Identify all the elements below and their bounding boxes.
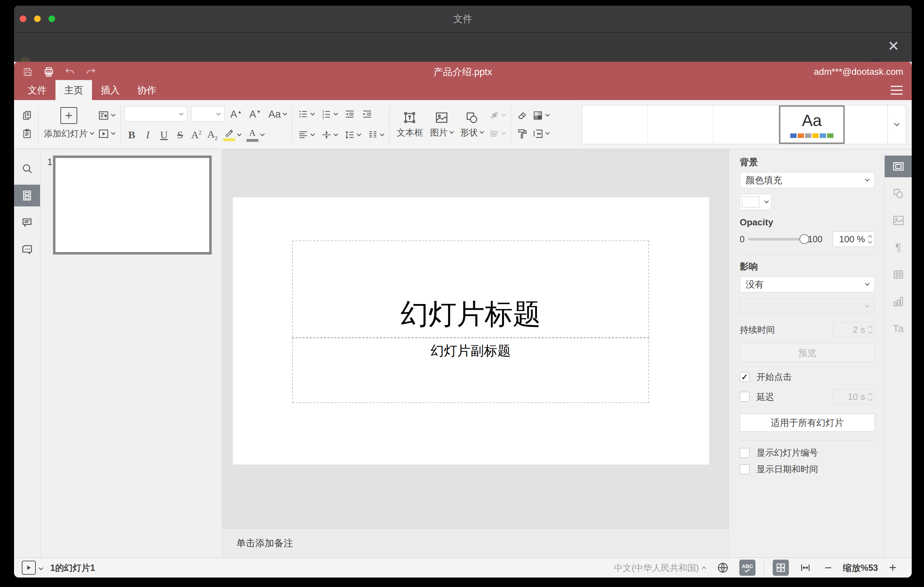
start-slideshow-button[interactable] — [96, 125, 117, 143]
theme-option[interactable] — [582, 106, 648, 144]
strikeout-button[interactable]: S — [173, 126, 188, 143]
theme-option[interactable] — [845, 106, 888, 144]
opacity-spinner[interactable]: 100 % — [833, 231, 875, 247]
fit-to-slide-button[interactable] — [773, 560, 789, 576]
textart-settings-tab[interactable]: Ta — [885, 318, 912, 340]
notes-area[interactable]: 单击添加备注 — [222, 528, 729, 557]
zoom-in-button[interactable]: + — [886, 560, 899, 575]
chevron-down-icon — [333, 132, 338, 136]
highlight-color-button[interactable] — [221, 126, 243, 143]
caret-icon — [702, 566, 706, 571]
apply-to-all-slides-button[interactable]: 适用于所有幻灯片 — [740, 414, 875, 432]
undo-icon[interactable] — [64, 66, 76, 78]
slide-canvas[interactable]: 幻灯片标题 幻灯片副标题 — [233, 197, 709, 465]
decrease-font-button[interactable]: A▼ — [247, 106, 262, 123]
font-color-button[interactable]: A — [244, 126, 266, 143]
line-spacing-button[interactable] — [342, 126, 363, 143]
opacity-min: 0 — [740, 234, 744, 244]
duration-label: 持续时间 — [740, 324, 775, 336]
save-icon[interactable] — [22, 66, 34, 78]
paste-button[interactable] — [20, 125, 35, 143]
start-on-click-checkbox[interactable]: ✓ — [740, 372, 749, 382]
zoom-out-button[interactable]: − — [822, 560, 835, 575]
align-shape-button[interactable] — [487, 125, 507, 143]
close-icon[interactable]: ✕ — [885, 38, 902, 54]
start-slideshow-status-button[interactable] — [22, 561, 36, 575]
minimize-window-button[interactable] — [34, 15, 41, 22]
tab-home[interactable]: 主页 — [56, 80, 92, 100]
add-slide-button[interactable] — [58, 107, 79, 124]
copy-button[interactable] — [20, 107, 35, 124]
account-email[interactable]: adm***@dootask.com — [814, 66, 903, 77]
clear-style-button[interactable] — [515, 107, 530, 124]
show-date-time-checkbox[interactable] — [740, 465, 749, 474]
theme-option[interactable] — [713, 106, 779, 144]
text-box-icon — [403, 110, 417, 125]
comments-panel-button[interactable] — [14, 212, 40, 234]
slide-subtitle-placeholder[interactable]: 幻灯片副标题 — [292, 338, 649, 403]
opacity-slider[interactable] — [748, 238, 804, 241]
fit-to-width-button[interactable] — [797, 560, 813, 576]
paragraph-settings-tab[interactable]: ¶ — [885, 237, 912, 258]
underline-button[interactable]: U — [157, 126, 171, 143]
copy-style-button[interactable] — [515, 125, 530, 143]
redo-icon[interactable] — [85, 66, 97, 78]
change-case-button[interactable]: Aa — [266, 106, 288, 123]
horizontal-align-button[interactable] — [296, 126, 316, 143]
decrease-indent-button[interactable] — [342, 106, 357, 123]
italic-button[interactable]: I — [140, 126, 155, 143]
increase-font-button[interactable]: A▲ — [228, 106, 244, 123]
zoom-window-button[interactable] — [48, 15, 55, 22]
columns-button[interactable] — [365, 126, 386, 143]
spell-language-button[interactable] — [715, 560, 731, 576]
tab-file[interactable]: 文件 — [19, 80, 56, 100]
slides-panel-button[interactable] — [14, 185, 40, 206]
background-fill-select[interactable]: 颜色填充 — [740, 172, 875, 188]
text-box-button[interactable]: 文本框 — [393, 104, 427, 145]
insert-shape-button[interactable]: 形状 — [457, 104, 487, 145]
bullets-button[interactable] — [296, 106, 316, 123]
font-name-combo[interactable] — [124, 106, 188, 122]
add-slide-dropdown[interactable]: 添加幻灯片 — [42, 125, 96, 143]
vertical-align-button[interactable] — [319, 126, 340, 143]
image-icon — [435, 110, 449, 125]
numbering-button[interactable]: 123 — [319, 106, 340, 123]
increase-indent-button[interactable] — [360, 106, 375, 123]
slide-settings-tab[interactable] — [885, 155, 912, 177]
close-window-button[interactable] — [20, 15, 26, 22]
superscript-button[interactable]: A2 — [189, 126, 204, 143]
shape-settings-tab[interactable] — [885, 183, 912, 204]
delay-checkbox[interactable] — [740, 392, 749, 402]
slider-thumb[interactable] — [799, 234, 809, 244]
slide-layout-button[interactable] — [96, 107, 117, 124]
theme-gallery-expand-button[interactable] — [888, 105, 906, 144]
tab-insert[interactable]: 插入 — [92, 80, 129, 100]
zoom-level[interactable]: 缩放%53 — [843, 562, 878, 574]
chat-panel-button[interactable] — [14, 239, 40, 261]
chart-settings-tab[interactable] — [885, 291, 912, 312]
effect-select[interactable]: 没有 — [740, 276, 875, 292]
table-settings-tab[interactable] — [885, 264, 912, 285]
menu-icon[interactable] — [891, 86, 903, 94]
insert-image-button[interactable]: 图片 — [427, 104, 457, 145]
slide-thumbnail[interactable] — [53, 155, 212, 254]
print-icon[interactable] — [43, 66, 55, 78]
spinner-arrows-icon[interactable] — [868, 236, 872, 243]
font-size-combo[interactable] — [191, 106, 225, 122]
arrange-shape-button[interactable] — [487, 107, 507, 124]
subscript-button[interactable]: A2 — [205, 126, 220, 143]
tab-collaboration[interactable]: 协作 — [129, 80, 165, 100]
show-slide-number-checkbox[interactable] — [740, 448, 749, 458]
theme-option[interactable] — [648, 106, 713, 144]
document-language-button[interactable]: 中文(中华人民共和国) — [614, 562, 706, 574]
spell-check-button[interactable]: ABC — [739, 560, 756, 576]
slide-title-placeholder[interactable]: 幻灯片标题 — [292, 241, 649, 338]
color-scheme-button[interactable] — [530, 107, 551, 124]
theme-option-selected[interactable]: Aa — [779, 106, 845, 144]
bold-button[interactable]: B — [124, 126, 139, 143]
search-panel-button[interactable] — [14, 158, 40, 180]
background-color-picker[interactable] — [740, 194, 771, 210]
slide-size-button[interactable] — [530, 125, 551, 143]
chevron-down-icon[interactable] — [39, 566, 43, 570]
image-settings-tab[interactable] — [885, 209, 912, 231]
